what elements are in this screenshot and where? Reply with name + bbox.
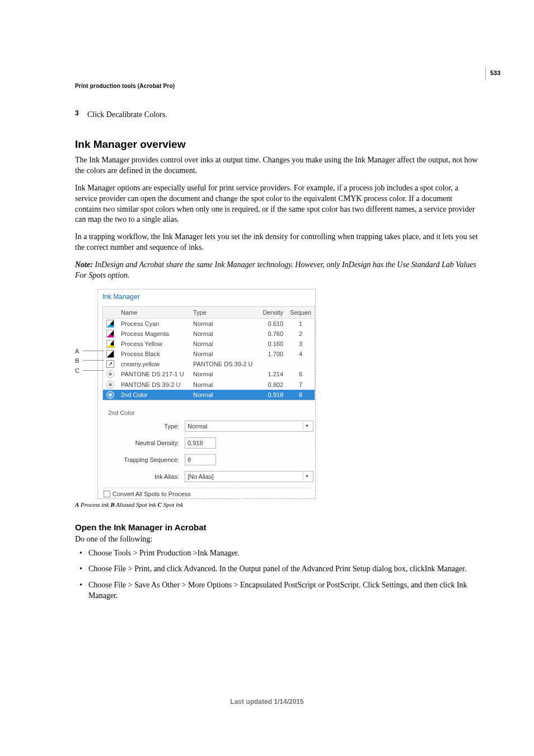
callout-c: C	[75, 367, 104, 374]
density-input[interactable]: 0.918	[185, 437, 216, 449]
callout-letter: A	[75, 348, 81, 354]
spot-ink-icon	[106, 391, 114, 399]
density-row: Neutral Density: 0.918	[98, 437, 315, 449]
table-row[interactable]: Process Cyan Normal 0.610 1	[103, 318, 315, 329]
ink-density: 0.160	[259, 339, 287, 349]
sequence-label: Trapping Sequence:	[98, 456, 185, 463]
callout-letter: C	[75, 367, 81, 374]
convert-spots-checkbox[interactable]	[104, 491, 110, 497]
section-heading: Ink Manager overview	[75, 138, 478, 151]
ink-density	[259, 359, 287, 369]
ink-seq	[287, 359, 315, 369]
spot-ink-icon	[106, 381, 114, 389]
step-text: Click Decalibrate Colors.	[87, 110, 167, 119]
caption-b-text: Aliased Spot ink	[115, 501, 158, 508]
ink-name: Process Cyan	[118, 318, 190, 329]
ink-type: Normal	[190, 379, 259, 389]
density-label: Neutral Density:	[98, 440, 185, 446]
ink-type: Normal	[190, 318, 259, 329]
note-text: InDesign and Acrobat share the same Ink …	[75, 260, 476, 279]
ink-name: Process Magenta	[118, 329, 190, 339]
paragraph: In a trapping workflow, the Ink Manager …	[75, 232, 478, 253]
ink-density: 1.700	[259, 349, 287, 359]
convert-spots-row: Convert All Spots to Process	[98, 488, 315, 497]
caption-c-text: Spot ink	[162, 501, 184, 508]
spot-ink-icon	[106, 370, 114, 378]
paragraph: Do one of the following:	[75, 534, 478, 545]
table-row[interactable]: Process Black Normal 1.700 4	[103, 349, 315, 359]
ink-name: Process Black	[118, 349, 190, 359]
col-sequence: Sequen	[287, 307, 315, 319]
ink-type: PANTONE DS 39-2 U	[190, 359, 259, 369]
process-ink-icon	[106, 350, 114, 358]
note-label: Note:	[75, 260, 93, 269]
alias-select[interactable]: [No Alias] ▼	[185, 471, 313, 482]
paragraph: The Ink Manager provides control over in…	[75, 155, 478, 176]
density-value: 0.918	[188, 440, 203, 446]
col-density: Density	[259, 307, 287, 319]
ink-type: Normal	[190, 339, 259, 349]
ink-seq: 1	[287, 318, 315, 329]
paragraph: Ink Manager options are especially usefu…	[75, 183, 478, 226]
process-ink-icon	[106, 320, 114, 328]
ink-density: 0.610	[259, 318, 287, 329]
type-row: Type: Normal ▼	[98, 421, 315, 432]
figure-caption: A Process ink B Aliased Spot ink C Spot …	[75, 501, 478, 508]
table-row[interactable]: PANTONE DS 217-1 U Normal 1.214 6	[103, 369, 315, 379]
ink-density: 0.918	[259, 390, 287, 400]
ink-table: Name Type Density Sequen Process Cyan No…	[103, 307, 315, 400]
ink-density: 1.214	[259, 369, 287, 379]
ink-name: Process Yellow	[118, 339, 190, 349]
alias-value: [No Alias]	[188, 473, 213, 480]
page-number: 533	[490, 69, 500, 76]
ink-seq: 7	[287, 379, 315, 389]
ink-type: Normal	[190, 349, 259, 359]
ink-type: Normal	[190, 390, 259, 400]
ink-density: 0.802	[259, 379, 287, 389]
type-value: Normal	[188, 423, 207, 430]
list-item: Choose File > Save As Other > More Optio…	[75, 580, 478, 601]
process-ink-icon	[106, 330, 114, 338]
table-row[interactable]: Process Magenta Normal 0.760 2	[103, 329, 315, 339]
caption-c-label: C	[158, 501, 162, 508]
ink-seq: 3	[287, 339, 315, 349]
convert-spots-label: Convert All Spots to Process	[113, 491, 190, 497]
table-row[interactable]: Process Yellow Normal 0.160 3	[103, 339, 315, 349]
step-number: 3	[75, 109, 85, 117]
callout-a: A	[75, 348, 104, 354]
caption-a-text: Process ink	[79, 501, 110, 508]
ink-type: Normal	[190, 329, 259, 339]
ink-type: Normal	[190, 369, 259, 379]
caption-b-label: B	[110, 501, 114, 508]
running-header: Print production tools (Acrobat Pro)	[75, 83, 175, 89]
table-row[interactable]: ↗ creamy.yellow PANTONE DS 39-2 U	[103, 359, 315, 369]
process-ink-icon	[106, 340, 114, 348]
chevron-down-icon: ▼	[303, 473, 311, 480]
ink-name: creamy.yellow	[118, 359, 190, 369]
page-number-box: 533	[485, 67, 500, 81]
type-label: Type:	[98, 423, 185, 430]
list-item: Choose File > Print, and click Advanced.…	[75, 564, 478, 575]
ink-seq: 6	[287, 369, 315, 379]
ink-name: PANTONE DS 39-2 U	[118, 379, 190, 389]
sequence-input[interactable]: 8	[185, 454, 216, 465]
callout-b: B	[75, 357, 104, 364]
subsection-heading: Open the Ink Manager in Acrobat	[75, 522, 478, 532]
alias-ink-icon: ↗	[106, 360, 114, 368]
type-select[interactable]: Normal ▼	[185, 421, 313, 432]
ink-manager-dialog-figure: A B C Ink Manager Name Type Densit	[75, 289, 316, 499]
callout-letter: B	[75, 357, 81, 364]
table-row-selected[interactable]: 2nd Color Normal 0.918 8	[103, 390, 315, 400]
bullet-list: Choose Tools > Print Production >Ink Man…	[75, 548, 478, 602]
col-type: Type	[190, 307, 259, 319]
selected-ink-group: 2nd Color	[98, 404, 315, 418]
ink-seq: 2	[287, 329, 315, 339]
alias-row: Ink Alias: [No Alias] ▼	[98, 471, 315, 482]
step-3: 3 Click Decalibrate Colors.	[75, 109, 478, 119]
sequence-value: 8	[188, 456, 191, 463]
ink-seq: 8	[287, 390, 315, 400]
list-item: Choose Tools > Print Production >Ink Man…	[75, 548, 478, 559]
sequence-row: Trapping Sequence: 8	[98, 454, 315, 465]
table-row[interactable]: PANTONE DS 39-2 U Normal 0.802 7	[103, 379, 315, 389]
footer-updated: Last updated 1/14/2015	[0, 698, 534, 706]
